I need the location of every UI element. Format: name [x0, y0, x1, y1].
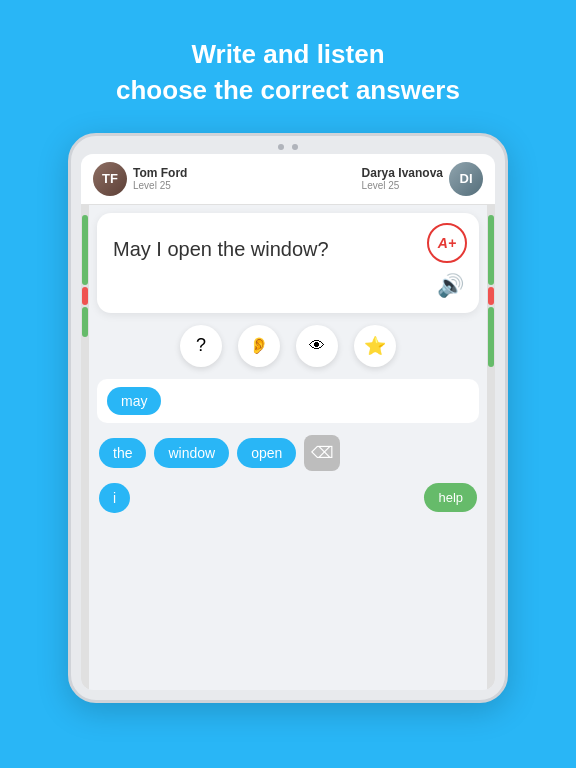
progress-green-left: [82, 215, 88, 285]
device-frame: TF Tom Ford Level 25 DI Darya Ivanova Le…: [68, 133, 508, 703]
listen-button[interactable]: 👂: [238, 325, 280, 367]
player-right-info: Darya Ivanova Level 25: [362, 166, 443, 191]
progress-bar-left: [81, 205, 89, 690]
help-button[interactable]: help: [424, 483, 477, 512]
word-chip-window[interactable]: window: [154, 438, 229, 468]
progress-green2-right: [488, 307, 494, 367]
word-chip-i[interactable]: i: [99, 483, 130, 513]
player-left: TF Tom Ford Level 25: [93, 162, 187, 196]
player-right-name: Darya Ivanova: [362, 166, 443, 180]
hint-button[interactable]: ?: [180, 325, 222, 367]
player-right: DI Darya Ivanova Level 25: [362, 162, 483, 196]
action-buttons: ? 👂 👁 ⭐: [97, 321, 479, 371]
progress-green2-left: [82, 307, 88, 337]
answer-area[interactable]: may: [97, 379, 479, 423]
player-right-level: Level 25: [362, 180, 443, 191]
reveal-button[interactable]: 👁: [296, 325, 338, 367]
hint-icon: ?: [196, 335, 206, 356]
header-section: Write and listen choose the correct answ…: [116, 36, 460, 109]
main-content: A+ May I open the window? 🔊 ? 👂 👁: [89, 205, 487, 690]
player-left-name: Tom Ford: [133, 166, 187, 180]
listen-icon: 👂: [249, 336, 269, 355]
question-card: A+ May I open the window? 🔊: [97, 213, 479, 313]
progress-green-right: [488, 215, 494, 285]
avatar-tom: TF: [93, 162, 127, 196]
reveal-icon: 👁: [309, 337, 325, 355]
audio-button[interactable]: 🔊: [433, 269, 467, 303]
answer-chip-may[interactable]: may: [107, 387, 161, 415]
avatar-darya: DI: [449, 162, 483, 196]
device-notch: [71, 136, 505, 154]
word-choices: the window open ⌫: [97, 431, 479, 475]
progress-red-right: [488, 287, 494, 305]
favorite-button[interactable]: ⭐: [354, 325, 396, 367]
content-area: A+ May I open the window? 🔊 ? 👂 👁: [81, 205, 495, 690]
grade-badge: A+: [427, 223, 467, 263]
notch-dot-2: [292, 144, 298, 150]
player-left-info: Tom Ford Level 25: [133, 166, 187, 191]
progress-red-left: [82, 287, 88, 305]
audio-icon: 🔊: [437, 273, 464, 299]
star-icon: ⭐: [364, 335, 386, 357]
word-chip-the[interactable]: the: [99, 438, 146, 468]
player-left-level: Level 25: [133, 180, 187, 191]
device-inner: TF Tom Ford Level 25 DI Darya Ivanova Le…: [81, 154, 495, 690]
word-chip-open[interactable]: open: [237, 438, 296, 468]
header-title: Write and listen choose the correct answ…: [116, 36, 460, 109]
delete-button[interactable]: ⌫: [304, 435, 340, 471]
delete-icon: ⌫: [311, 443, 334, 462]
bottom-row: i help: [97, 483, 479, 517]
question-text: May I open the window?: [113, 235, 463, 263]
players-bar: TF Tom Ford Level 25 DI Darya Ivanova Le…: [81, 154, 495, 205]
progress-bar-right: [487, 205, 495, 690]
notch-dot-1: [278, 144, 284, 150]
